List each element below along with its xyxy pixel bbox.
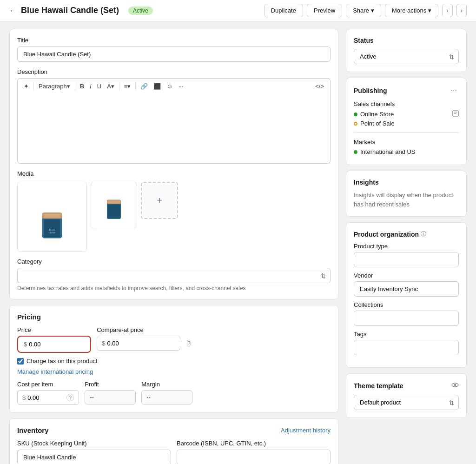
nav-prev-button[interactable]: ‹ — [442, 4, 452, 17]
product-type-field: Product type — [354, 243, 459, 267]
margin-value: -- — [141, 390, 192, 404]
title-input[interactable] — [17, 46, 331, 62]
cost-help-icon[interactable]: ? — [66, 394, 74, 401]
align-btn[interactable]: ≡ ▾ — [122, 81, 133, 91]
pricing-title: Pricing — [17, 313, 331, 321]
adjustment-history-link[interactable]: Adjustment history — [281, 427, 331, 434]
eye-icon[interactable] — [451, 381, 459, 390]
magic-btn[interactable]: ✦ — [21, 81, 31, 91]
insights-card: Insights Insights will display when the … — [346, 171, 467, 217]
theme-template-title: Theme template — [354, 382, 403, 390]
status-card: Status Active Draft Archived ⇅ — [346, 29, 467, 72]
code-btn[interactable]: </> — [313, 81, 326, 91]
description-label: Description — [17, 68, 331, 75]
separator — [135, 82, 136, 91]
charge-tax-checkbox[interactable] — [17, 358, 24, 365]
separator — [75, 82, 75, 91]
media-btn[interactable]: ⬛ — [151, 81, 163, 91]
point-of-sale-label: Point of Sale — [360, 120, 395, 127]
svg-rect-9 — [108, 205, 120, 219]
italic-btn[interactable]: I — [87, 81, 94, 91]
link-btn[interactable]: 🔗 — [138, 81, 150, 91]
markets-label: Markets — [354, 139, 459, 146]
media-item-1[interactable]: BLUE HAWAII — [17, 182, 87, 252]
publishing-card: Publishing ··· Sales channels Online Sto… — [346, 78, 467, 165]
point-of-sale-dot — [354, 122, 357, 126]
international-market: International and US — [354, 148, 459, 155]
svg-rect-8 — [108, 200, 120, 203]
insights-title: Insights — [354, 179, 459, 186]
add-media-button[interactable]: + — [141, 182, 178, 219]
compare-at-price-input[interactable] — [107, 340, 185, 347]
inventory-header: Inventory Adjustment history — [17, 426, 331, 434]
margin-label: Margin — [141, 381, 192, 388]
sku-input[interactable] — [17, 450, 171, 464]
point-of-sale-channel: Point of Sale — [354, 120, 459, 127]
online-store-icon[interactable] — [452, 110, 459, 118]
compare-at-price-label: Compare-at price — [97, 326, 180, 333]
top-bar: ← Blue Hawaii Candle (Set) Active Duplic… — [0, 0, 476, 21]
theme-template-select[interactable]: Default product — [354, 395, 459, 410]
share-button[interactable]: Share ▾ — [346, 4, 381, 17]
charge-tax-row: Charge tax on this product — [17, 358, 331, 365]
cost-per-item-label: Cost per item — [17, 381, 79, 388]
online-store-channel: Online Store — [354, 110, 459, 118]
chevron-down-icon: ▾ — [111, 83, 114, 90]
product-type-input[interactable] — [354, 252, 459, 267]
paragraph-btn[interactable]: Paragraph ▾ — [36, 81, 73, 91]
status-select-wrap: Active Draft Archived ⇅ — [354, 49, 459, 64]
collections-input[interactable] — [354, 311, 459, 326]
more-actions-button[interactable]: More actions ▾ — [385, 4, 438, 17]
charge-tax-label: Charge tax on this product — [26, 358, 97, 365]
price-input[interactable] — [29, 341, 85, 348]
sku-barcode-row: SKU (Stock Keeping Unit) Barcode (ISBN, … — [17, 440, 331, 464]
tags-label: Tags — [354, 331, 459, 338]
product-org-info-icon[interactable]: ⓘ — [421, 230, 426, 238]
nav-next-button[interactable]: › — [456, 4, 467, 17]
compare-at-price-field: Compare-at price $ ? — [97, 326, 180, 353]
emoji-btn[interactable]: ☺ — [164, 81, 175, 91]
media-label: Media — [17, 170, 331, 177]
compare-help-icon[interactable]: ? — [187, 339, 191, 347]
inventory-title: Inventory — [17, 426, 49, 434]
category-label: Category — [17, 258, 331, 265]
description-editor[interactable] — [17, 94, 331, 164]
back-button[interactable]: ← — [9, 7, 15, 14]
main-content: Title Description ✦ Paragraph ▾ B I U A … — [0, 21, 476, 464]
tags-input[interactable] — [354, 340, 459, 355]
status-title: Status — [354, 37, 459, 44]
underline-btn[interactable]: U — [95, 81, 104, 91]
product-organization-card: Product organization ⓘ Product type Vend… — [346, 222, 467, 368]
publishing-header: Publishing ··· — [354, 86, 459, 96]
top-bar-actions: Duplicate Preview Share ▾ More actions ▾… — [264, 4, 467, 17]
vendor-label: Vendor — [354, 272, 459, 279]
price-field: Price $ — [17, 326, 91, 353]
sales-channels-label: Sales channels — [354, 100, 459, 107]
back-arrow-icon: ← — [9, 7, 15, 14]
more-toolbar-btn[interactable]: ··· — [176, 81, 186, 91]
chevron-down-icon: ▾ — [371, 7, 374, 14]
vendor-field: Vendor — [354, 272, 459, 297]
vendor-input[interactable] — [354, 281, 459, 297]
duplicate-button[interactable]: Duplicate — [264, 4, 303, 17]
media-item-2[interactable] — [91, 182, 137, 228]
bold-btn[interactable]: B — [78, 81, 86, 91]
svg-text:BLUE: BLUE — [49, 228, 55, 231]
status-select[interactable]: Active Draft Archived — [354, 49, 459, 64]
barcode-input[interactable] — [177, 450, 331, 464]
inventory-card: Inventory Adjustment history SKU (Stock … — [9, 418, 338, 464]
publishing-divider — [354, 133, 459, 133]
manage-international-pricing-link[interactable]: Manage international pricing — [17, 368, 93, 375]
cost-per-item-input[interactable] — [27, 394, 65, 401]
insights-description: Insights will display when the product h… — [354, 191, 459, 209]
preview-button[interactable]: Preview — [307, 4, 342, 17]
category-help-text: Determines tax rates and adds metafields… — [17, 285, 331, 292]
profit-field: Profit -- — [85, 381, 136, 405]
theme-template-header: Theme template — [354, 381, 459, 390]
text-color-btn[interactable]: A ▾ — [105, 81, 117, 91]
product-details-card: Title Description ✦ Paragraph ▾ B I U A … — [9, 29, 338, 299]
cost-per-item-wrap: $ ? — [17, 390, 79, 405]
publishing-more-button[interactable]: ··· — [449, 86, 459, 96]
international-dot — [354, 150, 357, 154]
category-select[interactable] — [17, 268, 331, 283]
